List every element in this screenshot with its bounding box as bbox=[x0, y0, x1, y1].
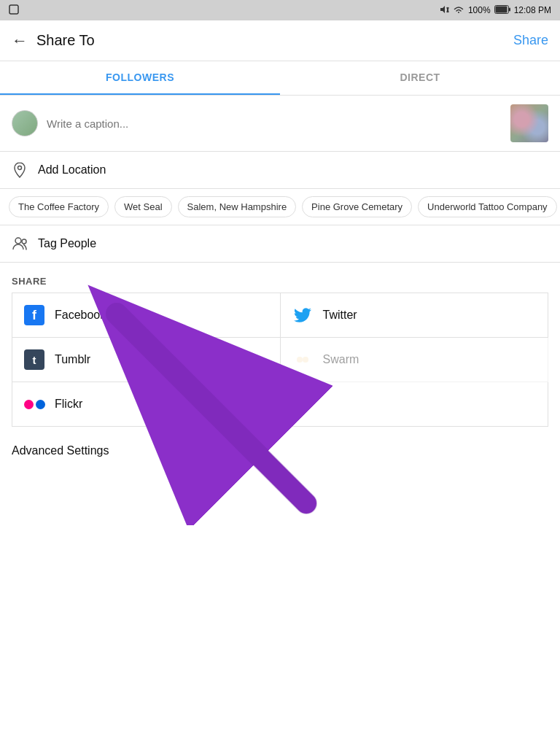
flickr-icon bbox=[24, 394, 44, 414]
svg-point-10 bbox=[15, 238, 21, 244]
svg-rect-0 bbox=[9, 5, 18, 14]
svg-rect-6 bbox=[509, 7, 510, 11]
photo-thumbnail bbox=[510, 104, 548, 142]
add-location-row[interactable]: Add Location bbox=[0, 152, 560, 189]
advanced-settings-label: Advanced Settings bbox=[12, 444, 109, 457]
caption-area bbox=[0, 96, 560, 152]
svg-rect-5 bbox=[495, 6, 507, 12]
svg-point-12 bbox=[297, 357, 303, 363]
chip-underworld[interactable]: Underworld Tattoo Company bbox=[418, 196, 557, 217]
chip-wet-seal[interactable]: Wet Seal bbox=[114, 196, 172, 217]
back-button[interactable]: ← bbox=[12, 31, 28, 50]
twitter-icon bbox=[292, 305, 313, 325]
tag-people-label: Tag People bbox=[38, 237, 96, 250]
tab-direct[interactable]: DIRECT bbox=[280, 61, 560, 95]
chip-salem[interactable]: Salem, New Hampshire bbox=[178, 196, 297, 217]
chip-pine-grove[interactable]: Pine Grove Cemetary bbox=[302, 196, 412, 217]
time: 12:08 PM bbox=[514, 5, 551, 15]
twitter-share-item[interactable]: Twitter bbox=[281, 293, 549, 338]
tabs: FOLLOWERS DIRECT bbox=[0, 61, 560, 96]
avatar bbox=[12, 110, 38, 136]
status-bar-icon bbox=[9, 4, 19, 17]
svg-point-7 bbox=[18, 166, 22, 170]
empty-share-item bbox=[281, 382, 549, 427]
share-section-title: SHARE bbox=[12, 276, 548, 287]
svg-point-13 bbox=[303, 357, 308, 363]
tumblr-label: Tumblr bbox=[55, 353, 90, 366]
facebook-icon: f bbox=[24, 305, 44, 325]
twitter-label: Twitter bbox=[323, 309, 357, 322]
advanced-settings-row[interactable]: Advanced Settings bbox=[0, 433, 560, 469]
location-chips: The Coffee Factory Wet Seal Salem, New H… bbox=[0, 189, 560, 225]
swarm-icon bbox=[292, 349, 313, 370]
tab-followers[interactable]: FOLLOWERS bbox=[0, 61, 280, 95]
share-grid: f Facebook Twitter t Tumblr bbox=[12, 293, 548, 427]
wifi-icon bbox=[453, 5, 464, 16]
swarm-share-item: Swarm bbox=[281, 338, 549, 382]
tumblr-icon: t bbox=[24, 349, 44, 370]
battery-text: 100% bbox=[468, 5, 491, 15]
tumblr-share-item[interactable]: t Tumblr bbox=[12, 338, 281, 382]
header: ← Share To Share bbox=[0, 20, 560, 61]
status-bar: 100% 12:08 PM bbox=[0, 0, 560, 20]
add-location-label: Add Location bbox=[38, 163, 106, 177]
share-button[interactable]: Share bbox=[513, 33, 548, 48]
tag-people-icon bbox=[12, 236, 28, 252]
chip-coffee-factory[interactable]: The Coffee Factory bbox=[9, 196, 109, 217]
svg-marker-1 bbox=[440, 6, 445, 13]
caption-input[interactable] bbox=[47, 117, 510, 130]
swarm-label: Swarm bbox=[323, 353, 359, 366]
page-title: Share To bbox=[36, 32, 513, 49]
facebook-share-item[interactable]: f Facebook bbox=[12, 293, 281, 338]
flickr-share-item[interactable]: Flickr bbox=[12, 382, 281, 427]
battery-icon bbox=[494, 5, 510, 16]
flickr-label: Flickr bbox=[55, 398, 82, 411]
advanced-settings-label: Advanced Settings bbox=[12, 444, 109, 457]
location-icon bbox=[12, 162, 28, 178]
mute-icon bbox=[439, 4, 449, 17]
tag-people-row[interactable]: Tag People bbox=[0, 225, 560, 263]
facebook-label: Facebook bbox=[55, 309, 106, 322]
share-section: SHARE f Facebook Twitter bbox=[0, 263, 560, 433]
svg-point-11 bbox=[22, 239, 26, 244]
